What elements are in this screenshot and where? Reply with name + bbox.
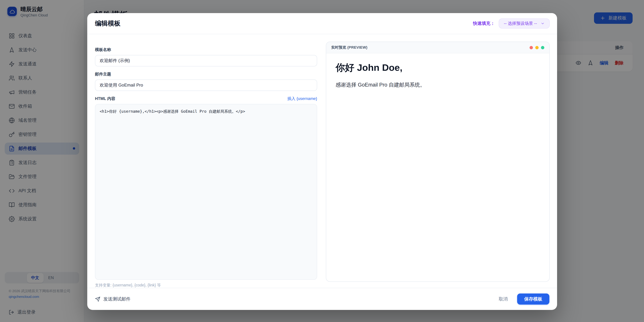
quick-fill-group: 快速填充： -- 选择预设场景 -- <box>473 18 550 28</box>
subject-input[interactable] <box>95 79 317 91</box>
preview-paragraph: 感谢选择 GoEmail Pro 自建邮局系统。 <box>336 81 540 88</box>
preview-header: 实时预览 (PREVIEW) <box>326 42 549 53</box>
send-test-label: 发送测试邮件 <box>103 296 130 302</box>
insert-username-link[interactable]: 插入 {username} <box>288 96 317 102</box>
cancel-button[interactable]: 取消 <box>499 296 508 302</box>
preview-body: 你好 John Doe, 感谢选择 GoEmail Pro 自建邮局系统。 <box>326 53 549 97</box>
preview-panel: 实时预览 (PREVIEW) 你好 John Doe, 感谢选择 GoEmail… <box>326 41 550 282</box>
modal-body: 模板名称 邮件主题 HTML 内容 插入 {username} <h1>你好 {… <box>87 34 557 288</box>
template-name-label: 模板名称 <box>95 47 317 53</box>
preset-scenario-select[interactable]: -- 选择预设场景 -- <box>499 18 550 28</box>
chevron-down-icon <box>541 21 545 25</box>
send-test-button[interactable]: 发送测试邮件 <box>95 296 130 302</box>
app-root: 晴辰云邮 QingChen Cloud 仪表盘 发送中心 发送通道 联系人 <box>0 0 644 322</box>
footer-actions: 取消 保存模板 <box>499 294 549 305</box>
preview-column: 实时预览 (PREVIEW) 你好 John Doe, 感谢选择 GoEmail… <box>326 41 550 288</box>
preview-header-label: 实时预览 (PREVIEW) <box>331 45 368 50</box>
preset-select-value: -- 选择预设场景 -- <box>504 21 537 26</box>
red-dot-icon <box>530 46 533 49</box>
subject-label: 邮件主题 <box>95 71 317 77</box>
variables-hint: 支持变量: {username}, {code}, {link} 等 <box>95 283 317 288</box>
preview-heading: 你好 John Doe, <box>336 62 540 73</box>
modal-footer: 发送测试邮件 取消 保存模板 <box>87 288 557 310</box>
html-content-label: HTML 内容 <box>95 96 115 102</box>
edit-template-modal: 编辑模板 快速填充： -- 选择预设场景 -- 模板名称 邮件主题 <box>87 13 557 310</box>
html-content-row: HTML 内容 插入 {username} <box>95 96 317 102</box>
modal-title: 编辑模板 <box>95 19 120 28</box>
modal-header: 编辑模板 快速填充： -- 选择预设场景 -- <box>87 13 557 34</box>
traffic-lights <box>530 46 544 49</box>
send-icon <box>95 296 100 302</box>
html-editor-textarea[interactable]: <h1>你好 {username},</h1><p>感谢选择 GoEmail P… <box>95 104 317 280</box>
template-form: 模板名称 邮件主题 HTML 内容 插入 {username} <h1>你好 {… <box>95 41 317 288</box>
save-template-button[interactable]: 保存模板 <box>517 294 549 305</box>
quick-fill-label: 快速填充： <box>473 20 495 26</box>
green-dot-icon <box>541 46 544 49</box>
template-name-input[interactable] <box>95 55 317 66</box>
yellow-dot-icon <box>535 46 538 49</box>
